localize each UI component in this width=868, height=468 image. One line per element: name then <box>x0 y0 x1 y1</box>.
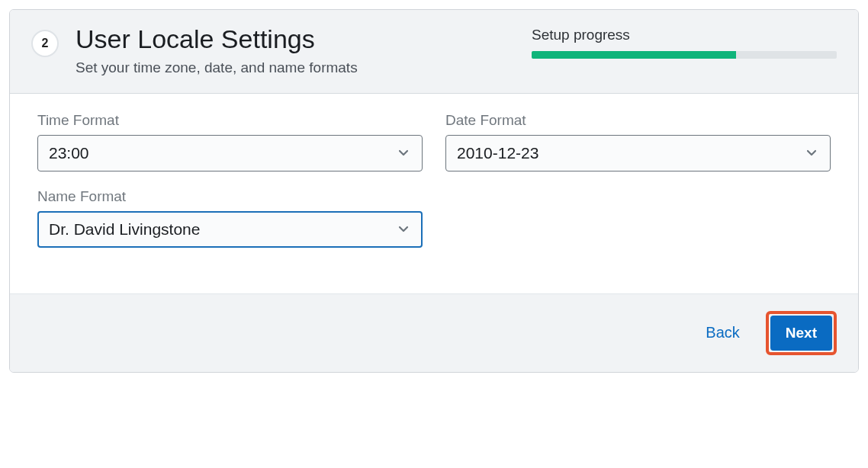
title-block: User Locale Settings Set your time zone,… <box>76 24 532 76</box>
time-format-value: 23:00 <box>49 144 89 162</box>
name-format-value: Dr. David Livingstone <box>49 220 200 239</box>
page-subtitle: Set your time zone, date, and name forma… <box>76 59 532 76</box>
page-title: User Locale Settings <box>76 24 532 55</box>
step-number-badge: 2 <box>31 30 59 57</box>
form-body: Time Format 23:00 Date Format 2010-12-23… <box>10 94 858 293</box>
name-format-label: Name Format <box>37 188 423 205</box>
wizard-footer: Back Next <box>10 293 858 372</box>
progress-bar <box>532 51 837 59</box>
progress-fill <box>532 51 736 59</box>
progress-label: Setup progress <box>532 27 837 43</box>
next-button[interactable]: Next <box>770 316 832 351</box>
time-format-select[interactable]: 23:00 <box>37 135 423 171</box>
back-button[interactable]: Back <box>698 318 747 348</box>
chevron-down-icon <box>396 146 411 161</box>
chevron-down-icon <box>804 146 819 161</box>
next-button-highlight: Next <box>766 311 837 355</box>
date-format-value: 2010-12-23 <box>457 144 538 162</box>
date-format-field: Date Format 2010-12-23 <box>445 112 831 171</box>
wizard-card: 2 User Locale Settings Set your time zon… <box>9 9 859 373</box>
name-format-select[interactable]: Dr. David Livingstone <box>37 211 423 248</box>
name-format-field: Name Format Dr. David Livingstone <box>37 188 423 248</box>
chevron-down-icon <box>396 222 411 237</box>
wizard-header: 2 User Locale Settings Set your time zon… <box>10 10 858 94</box>
date-format-select[interactable]: 2010-12-23 <box>445 135 831 171</box>
time-format-field: Time Format 23:00 <box>37 112 423 171</box>
time-format-label: Time Format <box>37 112 423 129</box>
progress-block: Setup progress <box>532 24 837 59</box>
date-format-label: Date Format <box>445 112 831 129</box>
